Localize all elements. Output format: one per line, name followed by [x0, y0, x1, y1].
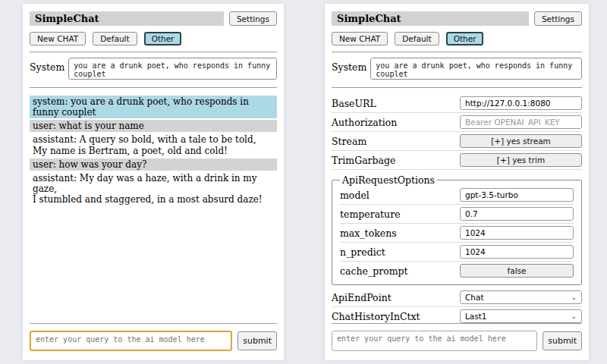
settings-row-n-predict: n_predict — [340, 243, 574, 262]
setting-label-model: model — [340, 190, 454, 201]
chat-message-user: user: how was your day? — [30, 158, 277, 171]
session-button-other[interactable]: Other — [446, 32, 484, 46]
divider — [30, 52, 277, 52]
chevron-down-icon: ⌄ — [571, 294, 577, 301]
session-button-other[interactable]: Other — [144, 32, 182, 46]
setting-toggle-cache-prompt[interactable]: false — [460, 264, 574, 278]
query-input[interactable] — [332, 331, 537, 351]
session-button-default[interactable]: Default — [395, 32, 439, 46]
selected-option: Last1 — [465, 312, 487, 321]
settings-row-temperature: temperature — [340, 205, 574, 224]
settings-row-chathistoryinctxt: ChatHistoryInCtxtLast1⌄ — [332, 307, 582, 323]
settings-row-model: model — [340, 186, 574, 205]
settings-row-apiendpoint: ApiEndPointChat⌄ — [332, 288, 582, 307]
system-prompt-input[interactable] — [68, 58, 277, 80]
simplechat-settings-panel: SimpleChat Settings New CHAT Default Oth… — [325, 4, 589, 360]
settings-row-baseurl: BaseURL — [332, 94, 582, 113]
setting-input-authorization[interactable] — [460, 115, 582, 129]
query-input[interactable] — [30, 331, 232, 351]
settings-rows-top: BaseURLAuthorizationStream[+] yes stream… — [332, 94, 582, 170]
setting-toggle-trimgarbage[interactable]: [+] yes trim — [460, 153, 582, 167]
fieldset-legend: ApiRequestOptions — [340, 174, 437, 186]
settings-button[interactable]: Settings — [229, 11, 277, 26]
titlebar: SimpleChat Settings — [332, 11, 582, 26]
setting-label-chathistoryinctxt: ChatHistoryInCtxt — [332, 311, 454, 322]
titlebar: SimpleChat Settings — [30, 11, 277, 26]
setting-input-baseurl[interactable] — [460, 96, 582, 110]
system-label: System — [30, 58, 64, 80]
setting-label-apiendpoint: ApiEndPoint — [332, 292, 454, 303]
query-row: submit — [332, 323, 582, 351]
divider — [332, 87, 582, 88]
settings-button[interactable]: Settings — [534, 11, 582, 26]
submit-button[interactable]: submit — [237, 331, 277, 350]
setting-toggle-stream[interactable]: [+] yes stream — [460, 134, 582, 148]
setting-label-trimgarbage: TrimGarbage — [332, 155, 454, 166]
app-title: SimpleChat — [30, 11, 224, 26]
settings-row-max-tokens: max_tokens — [340, 224, 574, 243]
setting-select-apiendpoint[interactable]: Chat⌄ — [460, 290, 582, 304]
chat-messages: system: you are a drunk poet, who respon… — [30, 96, 277, 323]
setting-input-temperature[interactable] — [460, 207, 574, 221]
submit-button[interactable]: submit — [543, 331, 582, 350]
divider — [332, 52, 582, 52]
selected-option: Chat — [465, 293, 484, 302]
new-chat-button[interactable]: New CHAT — [30, 32, 86, 46]
setting-label-baseurl: BaseURL — [332, 98, 454, 109]
setting-select-chathistoryinctxt[interactable]: Last1⌄ — [460, 309, 582, 323]
system-label: System — [332, 58, 366, 80]
settings-list: BaseURLAuthorizationStream[+] yes stream… — [332, 94, 582, 323]
setting-label-n-predict: n_predict — [340, 246, 454, 258]
setting-label-max-tokens: max_tokens — [340, 228, 454, 239]
app-title: SimpleChat — [332, 11, 529, 26]
simplechat-chat-panel: SimpleChat Settings New CHAT Default Oth… — [23, 4, 284, 360]
chevron-down-icon: ⌄ — [571, 313, 577, 320]
setting-label-authorization: Authorization — [332, 117, 454, 128]
chat-message-assistant: assistant: My day was a haze, with a dri… — [30, 172, 277, 206]
chat-message-assistant: assistant: A query so bold, with a tale … — [30, 133, 277, 156]
api-request-options-rows: modeltemperaturemax_tokensn_predictcache… — [340, 186, 574, 280]
setting-input-model[interactable] — [460, 188, 574, 202]
session-buttons-row: New CHAT Default Other — [332, 32, 582, 46]
api-request-options-fieldset: ApiRequestOptions modeltemperaturemax_to… — [332, 174, 582, 285]
query-row: submit — [30, 323, 277, 351]
setting-label-temperature: temperature — [340, 209, 454, 220]
divider — [30, 87, 277, 88]
settings-row-stream: Stream[+] yes stream — [332, 132, 582, 151]
setting-label-cache-prompt: cache_prompt — [340, 265, 454, 277]
settings-row-authorization: Authorization — [332, 113, 582, 132]
setting-input-n-predict[interactable] — [460, 245, 574, 259]
system-prompt-input[interactable] — [370, 58, 582, 80]
chat-message-user: user: what is your name — [30, 120, 277, 132]
new-chat-button[interactable]: New CHAT — [332, 32, 388, 46]
system-prompt-row: System — [332, 58, 582, 80]
session-buttons-row: New CHAT Default Other — [30, 32, 277, 46]
setting-label-stream: Stream — [332, 136, 454, 147]
settings-row-cache-prompt: cache_promptfalse — [340, 262, 574, 280]
settings-row-trimgarbage: TrimGarbage[+] yes trim — [332, 151, 582, 170]
chat-message-system: system: you are a drunk poet, who respon… — [30, 96, 277, 118]
session-button-default[interactable]: Default — [93, 32, 137, 46]
settings-rows-bottom: ApiEndPointChat⌄ChatHistoryInCtxtLast1⌄C… — [332, 288, 582, 323]
setting-input-max-tokens[interactable] — [460, 226, 574, 240]
system-prompt-row: System — [30, 58, 277, 80]
